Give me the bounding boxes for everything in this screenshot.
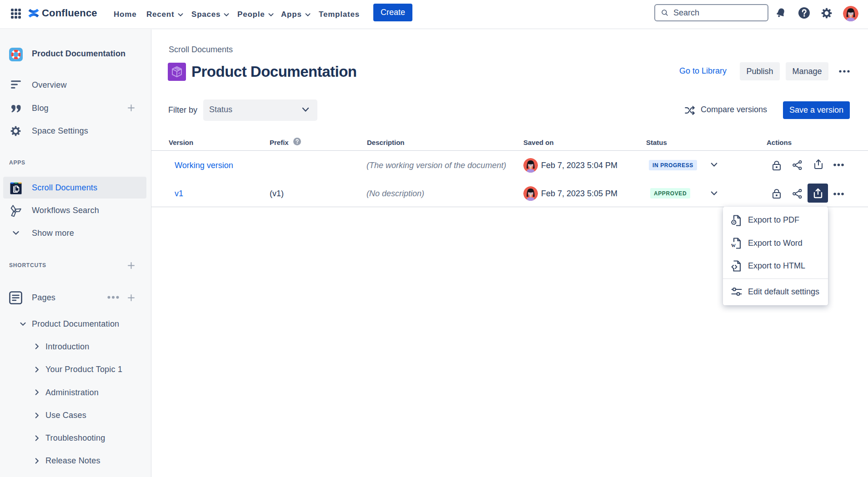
svg-text:w: w <box>731 242 736 248</box>
